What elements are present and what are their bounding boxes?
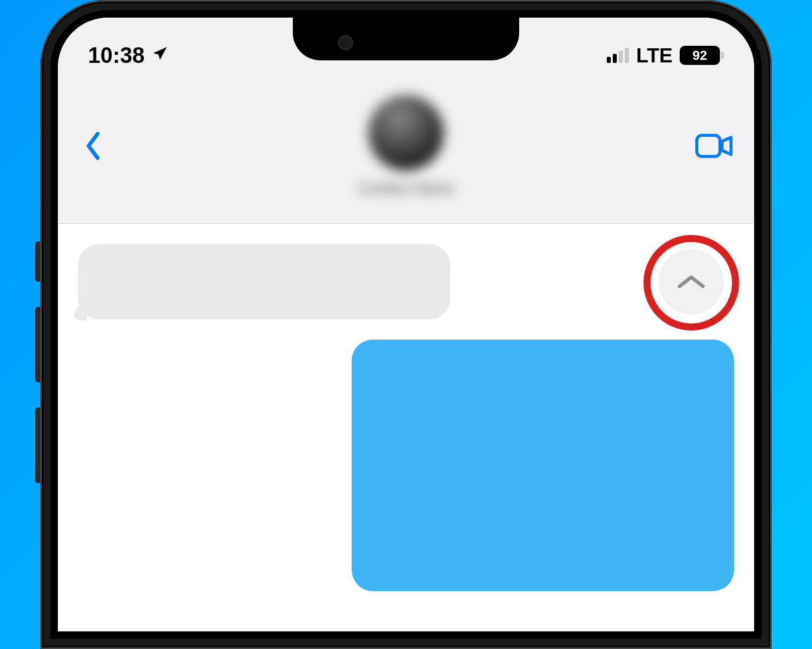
volume-up-button <box>35 307 40 382</box>
contact-name: Contact Name <box>358 180 454 197</box>
chevron-left-icon <box>84 131 102 161</box>
phone-frame: 10:38 LTE 92 <box>40 0 772 649</box>
cellular-signal-icon <box>607 48 629 63</box>
status-right: LTE 92 <box>607 44 724 67</box>
phone-side-buttons <box>35 241 40 508</box>
notch <box>293 18 519 60</box>
battery-level: 92 <box>680 46 720 65</box>
back-button[interactable] <box>78 131 108 161</box>
video-call-button[interactable] <box>694 131 734 161</box>
location-arrow-icon <box>151 43 169 68</box>
phone-screen: 10:38 LTE 92 <box>58 18 754 631</box>
front-camera <box>338 35 353 50</box>
sent-message-bubble[interactable] <box>352 340 734 591</box>
contact-info[interactable]: Contact Name <box>358 95 454 197</box>
scroll-up-button[interactable] <box>659 249 724 314</box>
chevron-up-icon <box>677 273 706 290</box>
mute-switch <box>35 241 40 282</box>
svg-rect-0 <box>697 135 720 156</box>
battery-icon: 92 <box>680 46 724 65</box>
received-message-bubble[interactable] <box>78 244 450 319</box>
status-time: 10:38 <box>88 43 145 68</box>
video-camera-icon <box>695 133 733 158</box>
contact-avatar <box>368 95 444 171</box>
volume-down-button <box>35 408 40 483</box>
status-left: 10:38 <box>88 43 169 68</box>
messages-area[interactable] <box>58 224 754 631</box>
conversation-header: Contact Name <box>58 78 754 224</box>
network-type: LTE <box>636 44 673 67</box>
